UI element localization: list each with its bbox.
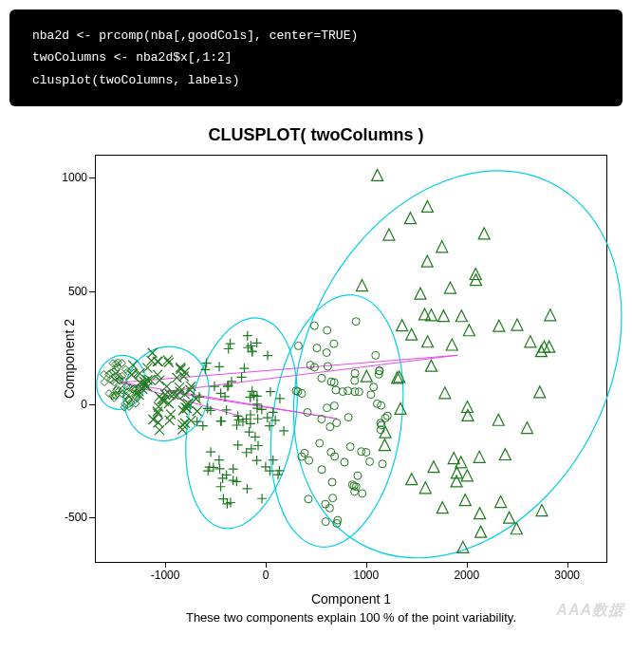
plot-box: Component 2 [95, 155, 607, 563]
point-plus [239, 364, 249, 373]
point-x [128, 361, 138, 370]
point-circle [324, 327, 331, 334]
svg-point-3 [255, 287, 418, 556]
point-triangle [474, 508, 486, 519]
point-triangle [419, 482, 431, 494]
point-x [186, 382, 195, 391]
point-triangle [361, 370, 372, 382]
point-triangle [545, 309, 556, 321]
point-triangle [383, 229, 395, 240]
point-triangle [397, 320, 408, 331]
point-circle [383, 412, 391, 420]
cluster-ellipse [229, 114, 632, 616]
y-tick-mark [89, 517, 95, 518]
point-plus [214, 456, 224, 465]
point-plus [214, 362, 224, 371]
x-tick-label: -1000 [151, 569, 180, 582]
watermark: AAA数据 [556, 601, 624, 621]
point-circle [330, 402, 338, 410]
point-plus [269, 456, 278, 465]
point-diamond [100, 371, 107, 379]
point-triangle [525, 336, 536, 347]
point-circle [313, 345, 321, 352]
point-circle [318, 375, 325, 383]
point-plus [229, 464, 238, 474]
point-plus [266, 387, 275, 397]
chart-area: CLUSPLOT( twoColumns ) Component 2 Compo… [0, 106, 632, 625]
point-circle [351, 377, 359, 384]
svg-point-2 [171, 309, 313, 538]
code-line: nba2d <- prcomp(nba[,goodCols], center=T… [32, 28, 358, 43]
point-plus [210, 382, 219, 391]
point-triangle [395, 403, 406, 415]
point-triangle [372, 170, 383, 181]
point-circle [305, 495, 312, 503]
point-triangle [462, 410, 474, 421]
point-triangle [404, 213, 416, 224]
point-plus [263, 351, 272, 361]
point-plus [246, 410, 255, 420]
point-triangle [493, 320, 505, 331]
point-plus [248, 386, 257, 396]
point-x [159, 397, 169, 406]
point-circle [333, 420, 341, 427]
point-x [135, 369, 144, 379]
x-tick-mark [467, 562, 468, 568]
point-plus [261, 462, 270, 472]
point-plus [195, 392, 204, 401]
point-triangle [392, 372, 403, 383]
x-tick-mark [366, 562, 367, 568]
point-triangle [536, 505, 548, 516]
point-triangle [437, 310, 449, 322]
point-circle [322, 518, 329, 526]
point-triangle [415, 288, 426, 299]
point-plus [253, 414, 263, 423]
code-block: nba2d <- prcomp(nba[,goodCols], center=T… [9, 9, 623, 106]
point-triangle [521, 422, 532, 434]
point-triangle [380, 426, 391, 438]
point-triangle [356, 280, 367, 291]
point-plus [216, 482, 226, 492]
point-circle [341, 458, 348, 466]
point-circle [352, 318, 360, 326]
cluster-ellipse [255, 287, 418, 556]
x-tick-label: 3000 [554, 569, 580, 582]
x-tick-label: 1000 [354, 569, 380, 582]
point-circle [367, 391, 375, 399]
sub-caption: These two components explain 100 % of th… [95, 610, 607, 625]
point-triangle [422, 336, 434, 347]
point-x [185, 385, 195, 395]
point-plus [252, 456, 262, 465]
x-tick-label: 2000 [454, 569, 479, 582]
point-plus [257, 494, 267, 503]
point-triangle [511, 319, 523, 330]
point-triangle [421, 201, 433, 213]
point-circle [366, 458, 374, 466]
point-circle [351, 370, 359, 378]
code-line: clusplot(twoColumns, labels) [32, 73, 239, 87]
point-triangle [493, 414, 504, 425]
point-circle [294, 343, 302, 350]
point-circle [344, 387, 352, 395]
y-tick-label: 500 [40, 285, 87, 298]
point-circle [359, 490, 366, 497]
point-plus [251, 432, 260, 441]
plot-wrap: Component 2 Component 1 These two compon… [95, 155, 607, 625]
y-tick-label: 0 [40, 398, 87, 411]
chart-title: CLUSPLOT( twoColumns ) [0, 125, 632, 145]
point-triangle [451, 476, 462, 487]
y-tick-mark [89, 291, 95, 292]
point-circle [381, 415, 389, 422]
cluster-ellipse [171, 309, 313, 538]
y-axis-label: Component 2 [62, 319, 77, 399]
code-line: twoColumns <- nba2d$x[,1:2] [32, 50, 232, 65]
point-plus [216, 417, 226, 426]
point-circle [332, 386, 340, 394]
point-triangle [455, 310, 467, 322]
point-triangle [463, 325, 474, 336]
x-tick-mark [165, 562, 166, 568]
point-plus [242, 484, 251, 494]
point-plus [279, 426, 288, 436]
x-tick-mark [266, 562, 267, 568]
point-circle [316, 439, 324, 447]
